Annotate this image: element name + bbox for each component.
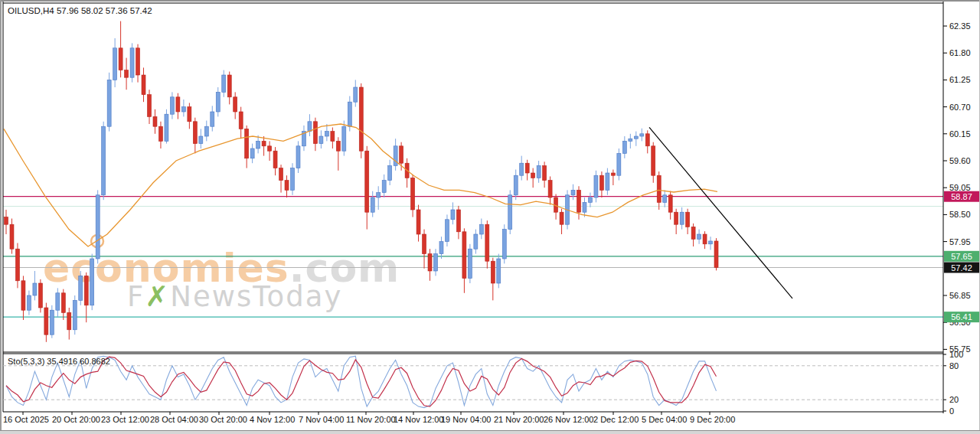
bull-candle-body bbox=[629, 139, 632, 141]
bull-candle-body bbox=[634, 136, 638, 139]
bear-candle-body bbox=[262, 141, 266, 145]
bull-candle-body bbox=[325, 132, 328, 136]
bull-candle-body bbox=[594, 175, 598, 197]
bull-candle-body bbox=[388, 165, 392, 180]
bear-candle-body bbox=[703, 234, 707, 244]
bull-candle-body bbox=[468, 249, 472, 278]
bear-candle-body bbox=[268, 146, 272, 151]
time-tick-label: 9 Dec 20:00 bbox=[690, 415, 735, 424]
bull-candle-body bbox=[102, 126, 106, 195]
bear-candle-body bbox=[400, 146, 403, 163]
price-tick-label: 61.25 bbox=[949, 75, 971, 84]
bear-candle-body bbox=[675, 212, 678, 224]
bear-candle-body bbox=[686, 212, 690, 227]
bear-candle-body bbox=[279, 168, 283, 181]
bull-candle-body bbox=[56, 293, 60, 310]
bear-candle-body bbox=[525, 163, 529, 173]
bull-candle-body bbox=[342, 126, 346, 151]
bull-candle-body bbox=[199, 136, 203, 144]
price-tick-label: 58.50 bbox=[949, 210, 971, 219]
bull-candle-body bbox=[537, 165, 541, 178]
time-tick-label: 11 Nov 20:00 bbox=[346, 415, 396, 424]
bear-candle-body bbox=[657, 175, 661, 202]
bull-candle-body bbox=[73, 300, 77, 329]
stochastic-indicator-label: Sto(5,3,3) 35.4916 60.8682 bbox=[8, 357, 110, 366]
time-tick-label: 7 Nov 04:00 bbox=[299, 415, 344, 424]
bear-candle-body bbox=[21, 281, 25, 310]
time-tick-label: 21 Nov 20:00 bbox=[494, 415, 544, 424]
bull-candle-body bbox=[571, 190, 575, 194]
bull-candle-body bbox=[165, 114, 168, 141]
bear-candle-body bbox=[548, 181, 552, 197]
stochastic-signal-line bbox=[6, 357, 717, 406]
bull-candle-body bbox=[439, 242, 443, 254]
bear-candle-body bbox=[560, 212, 564, 224]
stoch-tick-label: 0 bbox=[949, 406, 954, 416]
bull-candle-body bbox=[291, 168, 295, 191]
bear-candle-body bbox=[485, 224, 489, 261]
time-tick-label: 19 Nov 04:00 bbox=[441, 415, 491, 424]
time-tick-label: 23 Oct 12:00 bbox=[101, 415, 149, 424]
bull-candle-body bbox=[520, 163, 524, 175]
bull-candle-body bbox=[377, 193, 381, 197]
bear-candle-body bbox=[142, 75, 145, 95]
time-tick-label: 30 Oct 20:00 bbox=[199, 415, 247, 424]
stoch-tick-label: 100 bbox=[949, 350, 963, 359]
bear-candle-body bbox=[176, 97, 180, 112]
bull-candle-body bbox=[445, 220, 449, 242]
bear-candle-body bbox=[38, 283, 42, 308]
bull-candle-body bbox=[308, 122, 312, 132]
bear-candle-body bbox=[125, 70, 129, 78]
price-tick-label: 61.80 bbox=[949, 48, 971, 57]
bull-candle-body bbox=[451, 210, 455, 220]
chart-window: economies.com F✗NewsToday 62.3561.8061.2… bbox=[0, 0, 980, 434]
bear-candle-body bbox=[153, 116, 157, 126]
bear-candle-body bbox=[456, 210, 460, 232]
time-tick-label: 4 Nov 12:00 bbox=[250, 415, 295, 424]
bull-candle-body bbox=[222, 75, 226, 92]
bull-candle-body bbox=[50, 310, 54, 334]
bear-candle-body bbox=[531, 173, 535, 178]
bull-candle-body bbox=[497, 259, 501, 283]
bear-candle-body bbox=[714, 241, 718, 268]
bull-candle-body bbox=[617, 153, 621, 175]
price-tick-label: 62.35 bbox=[949, 21, 971, 31]
price-chart-canvas[interactable]: 62.3561.8061.2560.7060.1559.6059.0558.50… bbox=[0, 0, 980, 434]
bear-candle-body bbox=[411, 178, 415, 210]
bull-candle-body bbox=[508, 195, 512, 230]
bull-candle-body bbox=[502, 230, 506, 259]
bull-candle-body bbox=[474, 234, 478, 249]
bull-candle-body bbox=[256, 141, 260, 148]
stoch-tick-label: 20 bbox=[949, 395, 959, 404]
price-tick-label: 57.95 bbox=[949, 237, 971, 246]
bull-candle-body bbox=[622, 141, 626, 153]
bear-candle-body bbox=[245, 129, 249, 158]
bull-candle-body bbox=[33, 283, 37, 295]
bear-candle-body bbox=[645, 134, 649, 146]
bear-candle-body bbox=[15, 249, 19, 281]
bear-candle-body bbox=[359, 87, 363, 151]
bull-candle-body bbox=[90, 259, 94, 305]
price-badge-label: 56.41 bbox=[951, 312, 972, 321]
bear-candle-body bbox=[652, 146, 655, 175]
bear-candle-body bbox=[273, 151, 277, 168]
bear-candle-body bbox=[428, 254, 432, 271]
bull-candle-body bbox=[514, 175, 518, 195]
bull-candle-body bbox=[588, 197, 592, 202]
bear-candle-body bbox=[227, 75, 231, 97]
bull-candle-body bbox=[663, 195, 667, 203]
bear-candle-body bbox=[365, 151, 369, 212]
bull-candle-body bbox=[204, 126, 208, 136]
bear-candle-body bbox=[5, 217, 8, 225]
bear-candle-body bbox=[119, 48, 122, 70]
bull-candle-body bbox=[348, 102, 351, 126]
price-tick-label: 60.15 bbox=[949, 129, 971, 139]
bear-candle-body bbox=[10, 224, 14, 249]
bull-candle-body bbox=[606, 173, 609, 190]
bull-candle-body bbox=[216, 92, 220, 112]
bear-candle-body bbox=[331, 132, 335, 142]
bull-candle-body bbox=[79, 276, 83, 300]
bull-candle-body bbox=[211, 112, 214, 126]
bear-candle-body bbox=[158, 126, 162, 141]
bear-candle-body bbox=[336, 141, 340, 151]
